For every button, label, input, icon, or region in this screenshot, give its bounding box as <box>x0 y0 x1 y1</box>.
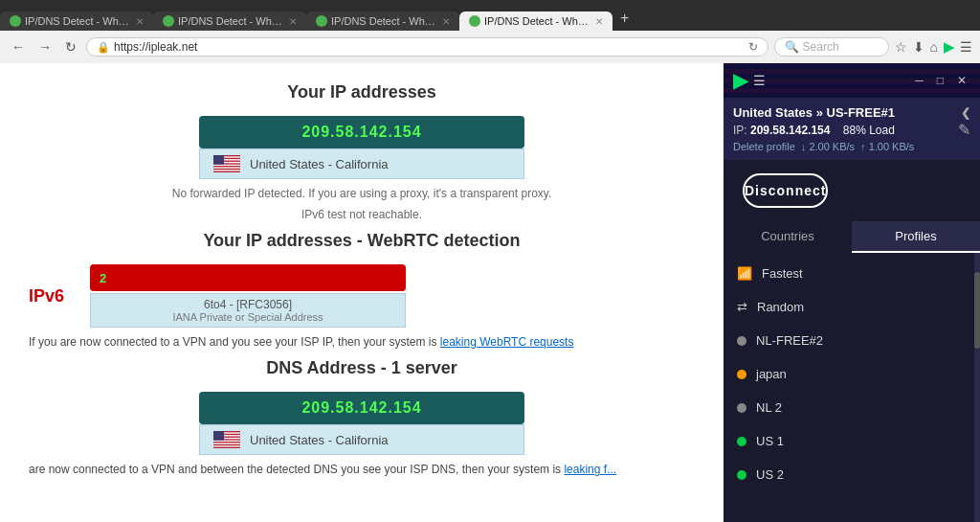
upload-speed: ↑ 1.00 KB/s <box>860 141 914 152</box>
forward-button[interactable]: → <box>34 37 56 57</box>
vpn-server-info: United States » US-FREE#1 ❮ IP: 209.58.1… <box>724 98 980 160</box>
shuffle-icon: ⇄ <box>737 300 747 314</box>
tab-label-3: IP/DNS Detect - What is your... <box>331 15 438 27</box>
section3-title: DNS Address - 1 server <box>29 358 695 378</box>
main-ip-box: 209.58.142.154 <box>199 116 524 148</box>
ip-row: IP: 209.58.142.154 88% Load <box>733 124 970 137</box>
tab-3[interactable]: IP/DNS Detect - What is your... ✕ <box>306 11 459 31</box>
edit-icon[interactable]: ✎ <box>958 120 970 138</box>
tab-4[interactable]: IP/DNS Detect - What is your... ✕ <box>459 11 612 31</box>
disconnect-button[interactable]: Disconnect <box>743 173 828 208</box>
profile-random-label: Random <box>757 300 804 314</box>
tab-label-4: IP/DNS Detect - What is your... <box>484 15 591 27</box>
ip-box-container: 209.58.142.154 United States - Californi… <box>29 116 695 179</box>
leak-link[interactable]: leaking WebRTC requests <box>440 335 574 349</box>
reload-button[interactable]: ↻ <box>61 37 80 57</box>
collapse-icon[interactable]: ❮ <box>961 106 970 120</box>
main-ip-value: 209.58.142.154 <box>301 124 421 141</box>
profile-nl2[interactable]: NL 2 <box>724 391 974 424</box>
server-meta: Delete profile ↓ 2.00 KB/s ↑ 1.00 KB/s <box>733 141 970 152</box>
tab-2[interactable]: IP/DNS Detect - What is your... ✕ <box>153 11 306 31</box>
dns-leak-link[interactable]: leaking f... <box>564 463 616 476</box>
disconnect-container: Disconnect <box>724 160 980 221</box>
ip-label: IP: <box>733 124 747 137</box>
download-icon[interactable]: ⬇ <box>913 39 924 55</box>
status-dot-japan <box>737 370 746 379</box>
tab-1[interactable]: IP/DNS Detect - What is your... ✕ <box>0 11 153 31</box>
tab-icon-1 <box>10 15 21 27</box>
vpn-header: ▶ ☰ ─ □ ✕ <box>724 63 980 98</box>
svg-rect-15 <box>213 431 224 441</box>
main-location: United States - California <box>250 157 389 171</box>
profile-list-container: 📶 Fastest ⇄ Random NL-FREE#2 japan <box>724 253 980 522</box>
profile-fastest[interactable]: 📶 Fastest <box>724 257 974 290</box>
download-speed: ↓ 2.00 KB/s <box>801 141 855 152</box>
home-icon[interactable]: ⌂ <box>930 39 938 55</box>
status-dot-nl-free2 <box>737 336 746 346</box>
svg-rect-5 <box>213 167 240 168</box>
dns-location: United States - California <box>250 433 389 447</box>
dns-ip-value: 209.58.142.154 <box>301 399 421 417</box>
us-flag <box>213 155 240 172</box>
menu-icon[interactable]: ☰ <box>960 39 972 55</box>
back-button[interactable]: ← <box>8 37 29 57</box>
ipv6-label: IPv6 <box>29 286 77 306</box>
dns-us-flag <box>213 431 240 448</box>
profile-us1[interactable]: US 1 <box>724 424 974 458</box>
close-window-button[interactable]: ✕ <box>953 74 970 87</box>
profile-us2[interactable]: US 2 <box>724 458 974 491</box>
status-dot-nl2 <box>737 403 746 413</box>
vpn-title-row: ▶ ☰ <box>733 69 766 92</box>
tab-countries[interactable]: Countries <box>724 221 852 253</box>
tab-bar: IP/DNS Detect - What is your... ✕ IP/DNS… <box>0 0 980 31</box>
profile-random[interactable]: ⇄ Random <box>724 290 974 324</box>
maximize-button[interactable]: □ <box>933 74 947 87</box>
dns-leak-text: are now connected to a VPN and between t… <box>29 463 695 476</box>
webpage: Your IP addresses 209.58.142.154 United … <box>0 63 724 522</box>
lock-icon: 🔒 <box>97 41 110 54</box>
svg-rect-4 <box>213 165 240 166</box>
tab-close-1[interactable]: ✕ <box>136 16 144 27</box>
url-text: https://ipleak.net <box>114 40 745 54</box>
section2-title: Your IP addresses - WebRTC detection <box>29 231 695 251</box>
ipv6-test-text: IPv6 test not reachable. <box>29 208 695 221</box>
section1-title: Your IP addresses <box>29 82 695 102</box>
bar-chart-icon: 📶 <box>737 266 752 281</box>
profile-us2-label: US 2 <box>756 467 784 482</box>
vpn-scrollbar-thumb[interactable] <box>974 272 980 349</box>
vpn-scrollbar[interactable] <box>974 253 980 522</box>
ip-value: 209.58.142.154 <box>750 124 830 137</box>
status-dot-us1 <box>737 437 746 446</box>
tab-icon-3 <box>316 15 327 27</box>
profile-fastest-label: Fastest <box>762 266 803 281</box>
browser-chrome: IP/DNS Detect - What is your... ✕ IP/DNS… <box>0 0 980 63</box>
add-tab-button[interactable]: + <box>612 6 636 31</box>
main-content: Your IP addresses 209.58.142.154 United … <box>0 63 980 522</box>
tab-profiles[interactable]: Profiles <box>852 221 980 253</box>
tab-close-4[interactable]: ✕ <box>595 16 603 27</box>
webrtc-row: IPv6 2 6to4 - [RFC3056] IANA Private or … <box>29 264 695 328</box>
hamburger-icon[interactable]: ☰ <box>753 73 766 88</box>
search-box[interactable]: 🔍 Search <box>774 37 889 57</box>
search-icon: 🔍 <box>785 40 799 54</box>
tab-close-3[interactable]: ✕ <box>442 16 450 27</box>
minimize-button[interactable]: ─ <box>911 74 927 87</box>
win-controls: ─ □ ✕ <box>911 74 970 87</box>
profile-japan[interactable]: japan <box>724 357 974 391</box>
star-icon[interactable]: ☆ <box>895 39 907 55</box>
server-name-row: United States » US-FREE#1 ❮ <box>733 105 970 120</box>
webrtc-section: Your IP addresses - WebRTC detection IPv… <box>29 231 695 328</box>
location-box: United States - California <box>199 148 524 179</box>
dns-location-box: United States - California <box>199 424 524 455</box>
address-bar: ← → ↻ 🔒 https://ipleak.net ↻ 🔍 Search ☆ … <box>0 31 980 63</box>
webrtc-desc: IANA Private or Special Address <box>95 311 401 323</box>
tab-label-1: IP/DNS Detect - What is your... <box>25 15 132 27</box>
load-pct: 88% Load <box>843 124 895 137</box>
url-box[interactable]: 🔒 https://ipleak.net ↻ <box>86 37 768 57</box>
server-name: United States » US-FREE#1 <box>733 105 895 120</box>
vpn-icon[interactable]: ▶ <box>944 39 954 55</box>
vpn-profile-list: 📶 Fastest ⇄ Random NL-FREE#2 japan <box>724 253 974 522</box>
tab-close-2[interactable]: ✕ <box>289 16 297 27</box>
profile-nl-free2[interactable]: NL-FREE#2 <box>724 324 974 357</box>
delete-profile-link[interactable]: Delete profile <box>733 141 795 152</box>
